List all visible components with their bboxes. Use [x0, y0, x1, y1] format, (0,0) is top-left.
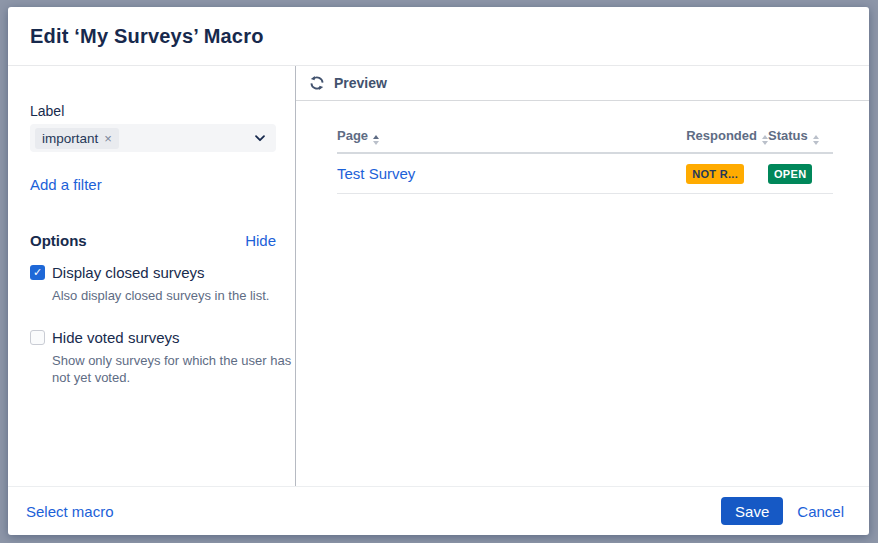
remove-tag-icon[interactable]: × — [104, 132, 112, 145]
dialog-header: Edit ‘My Surveys’ Macro — [8, 7, 869, 66]
column-header-responded[interactable]: Responded — [686, 128, 768, 153]
refresh-icon[interactable] — [309, 75, 325, 91]
options-heading: Options — [30, 232, 87, 249]
table-header-row: Page Responded Status — [337, 128, 833, 153]
preview-panel: Preview Page Responded — [296, 66, 869, 486]
column-header-status[interactable]: Status — [768, 128, 833, 153]
responded-badge: NOT R... — [686, 164, 744, 184]
save-button[interactable]: Save — [721, 497, 783, 525]
label-tag: important × — [35, 128, 119, 149]
checkbox-description: Show only surveys for which the user has… — [52, 352, 307, 387]
label-tag-text: important — [42, 131, 98, 146]
checkbox-label: Hide voted surveys — [52, 329, 180, 346]
cancel-button[interactable]: Cancel — [797, 503, 844, 520]
hide-voted-surveys-checkbox-row[interactable]: Hide voted surveys — [30, 329, 275, 346]
column-header-page[interactable]: Page — [337, 128, 686, 153]
display-closed-surveys-group: Display closed surveys Also display clos… — [30, 264, 275, 305]
sort-asc-icon — [373, 135, 379, 145]
hide-voted-surveys-group: Hide voted surveys Show only surveys for… — [30, 329, 275, 387]
dialog-title: Edit ‘My Surveys’ Macro — [30, 25, 264, 48]
preview-body: Page Responded Status Test Surv — [296, 101, 869, 194]
select-macro-link[interactable]: Select macro — [26, 503, 114, 520]
display-closed-surveys-checkbox-row[interactable]: Display closed surveys — [30, 264, 275, 281]
hide-options-link[interactable]: Hide — [245, 232, 276, 249]
checkbox-label: Display closed surveys — [52, 264, 205, 281]
sort-icon — [813, 135, 819, 145]
surveys-table: Page Responded Status Test Surv — [337, 128, 833, 194]
add-filter-link[interactable]: Add a filter — [30, 176, 102, 193]
options-row: Options Hide — [30, 232, 276, 249]
label-field-label: Label — [30, 103, 275, 119]
checkbox-checked-icon[interactable] — [30, 265, 45, 280]
status-badge: OPEN — [768, 164, 812, 184]
edit-macro-dialog: Edit ‘My Surveys’ Macro Label important … — [8, 7, 869, 535]
macro-parameters-panel: Label important × Add a filter Options H… — [8, 66, 296, 486]
checkbox-description: Also display closed surveys in the list. — [52, 287, 307, 305]
preview-header: Preview — [296, 66, 869, 101]
chevron-down-icon — [254, 132, 266, 144]
dialog-footer: Select macro Save Cancel — [8, 486, 869, 535]
checkbox-unchecked-icon[interactable] — [30, 330, 45, 345]
label-select[interactable]: important × — [30, 124, 276, 152]
table-row: Test Survey NOT R... OPEN — [337, 153, 833, 194]
dialog-body: Label important × Add a filter Options H… — [8, 66, 869, 486]
survey-page-link[interactable]: Test Survey — [337, 165, 415, 182]
preview-title: Preview — [334, 75, 387, 91]
